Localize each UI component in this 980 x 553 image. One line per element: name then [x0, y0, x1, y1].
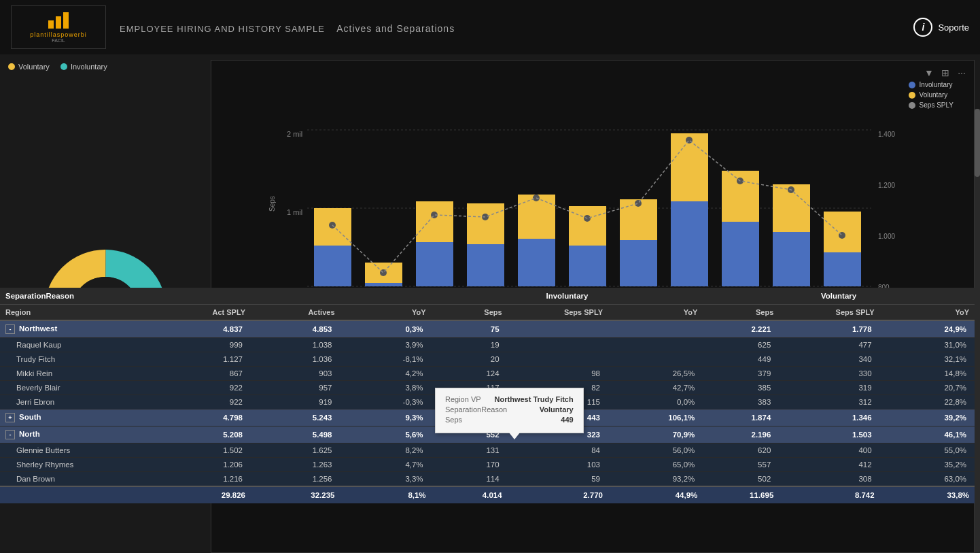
sub-name-cell: Trudy Fitch [0, 352, 161, 367]
legend-involuntary-label: Involuntary [71, 63, 107, 71]
region-act-sply: 4.798 [161, 409, 251, 426]
table-row-region: -Northwest 4.837 4.853 0,3% 75 2.221 1.7… [0, 320, 975, 338]
th-seps-vol: Seps [703, 305, 779, 321]
legend-involuntary: Involuntary [60, 63, 107, 71]
sub-seps-inv: 131 [432, 443, 508, 458]
sub-yoy-vol: 63,0% [880, 472, 975, 487]
page-title-container: EMPLOYEE HIRING AND HISTORY SAMPLE Activ… [120, 18, 913, 36]
sub-seps-sply-vol: 340 [779, 352, 879, 367]
total-seps-inv: 4.014 [432, 486, 508, 503]
th-actives: Actives [251, 305, 340, 321]
header: plantillaspowerbi FACIL EMPLOYEE HIRING … [0, 0, 980, 54]
sub-seps-sply-inv: 115 [508, 395, 608, 409]
table-row-sub: Mikki Rein 867 903 4,2% 124 98 26,5% 379… [0, 367, 975, 381]
sub-seps-sply-inv [508, 338, 608, 352]
sub-name-cell: Raquel Kaup [0, 338, 161, 352]
sub-name-cell: Mikki Rein [0, 367, 161, 381]
expand-icon[interactable]: ⊞ [939, 66, 952, 80]
legend-voluntary: Voluntary [8, 63, 50, 71]
sub-seps-sply-vol: 400 [779, 443, 879, 458]
total-act-sply: 29.826 [161, 486, 251, 503]
sub-actives: 919 [251, 395, 340, 409]
svg-text:Seps: Seps [268, 196, 276, 212]
region-seps-inv: 552 [432, 426, 508, 443]
svg-rect-27 [518, 239, 555, 286]
sub-yoy: 3,8% [340, 381, 432, 395]
region-seps-sply-vol: 1.346 [779, 409, 879, 426]
sub-seps-vol: 379 [703, 367, 779, 381]
region-seps-vol: 2.221 [703, 320, 779, 338]
sub-seps-inv: 20 [432, 352, 508, 367]
th-group-voluntary: Voluntary [703, 288, 975, 305]
more-icon[interactable]: ··· [955, 66, 968, 80]
sub-name-cell: Beverly Blair [0, 381, 161, 395]
scrollbar-thumb[interactable] [975, 109, 980, 177]
sub-actives: 1.038 [251, 338, 340, 352]
svg-text:2 mil: 2 mil [287, 130, 302, 138]
chart-legend-voluntary: Voluntary [909, 91, 953, 99]
sub-yoy-vol: 55,0% [880, 443, 975, 458]
sub-yoy: 3,3% [340, 472, 432, 487]
table-header-row-2: Region Act SPLY Actives YoY Seps Seps SP… [0, 305, 975, 321]
region-act-sply: 5.208 [161, 426, 251, 443]
sub-yoy-inv: 0,0% [608, 395, 703, 409]
sub-seps-vol: 385 [703, 381, 779, 395]
sub-yoy: 4,2% [340, 367, 432, 381]
th-spacer [161, 288, 431, 305]
region-actives: 5.243 [251, 409, 340, 426]
soporte-label[interactable]: Soporte [938, 22, 969, 33]
chart-legend-left: Voluntary Involuntary [8, 63, 203, 71]
total-seps-sply-vol: 8.742 [779, 486, 879, 503]
sub-act-sply: 1.216 [161, 472, 251, 487]
table-header-row-1: SeparationReason Involuntary Voluntary [0, 288, 975, 305]
filter-icon[interactable]: ▼ [922, 66, 936, 80]
chart-toolbar: ▼ ⊞ ··· [922, 66, 968, 80]
region-seps-sply-inv: 443 [508, 409, 608, 426]
svg-rect-33 [620, 240, 657, 286]
svg-rect-42 [773, 232, 810, 286]
data-table: SeparationReason Involuntary Voluntary R… [0, 288, 975, 503]
region-yoy: 0,3% [340, 320, 432, 338]
expand-collapse-icon[interactable]: - [5, 430, 15, 439]
sub-seps-sply-inv: 103 [508, 458, 608, 472]
sub-yoy-vol: 35,2% [880, 458, 975, 472]
sub-actives: 1.625 [251, 443, 340, 458]
sub-seps-inv: 170 [432, 458, 508, 472]
sub-act-sply: 999 [161, 338, 251, 352]
region-yoy: 5,6% [340, 426, 432, 443]
total-yoy-inv: 44,9% [608, 486, 703, 503]
sub-name-cell: Jerri Ebron [0, 395, 161, 409]
total-yoy-vol: 33,8% [880, 486, 975, 503]
expand-collapse-icon[interactable]: + [5, 413, 15, 422]
region-seps-vol: 1.874 [703, 409, 779, 426]
sub-seps-sply-vol: 412 [779, 458, 879, 472]
logo-sub: FACIL [52, 38, 65, 43]
sub-yoy: -0,3% [340, 395, 432, 409]
th-seps-inv: Seps [432, 305, 508, 321]
th-act-sply: Act SPLY [161, 305, 251, 321]
legend-voluntary-dot [8, 63, 15, 70]
svg-rect-21 [416, 242, 453, 286]
total-label [0, 486, 161, 503]
sub-name-cell: Sherley Rhymes [0, 458, 161, 472]
title-main: EMPLOYEE HIRING AND HISTORY SAMPLE [120, 24, 325, 34]
scrollbar-track [975, 109, 980, 553]
chart-legend-right: Involuntary Voluntary Seps SPLY [909, 81, 953, 109]
info-icon[interactable]: i [913, 18, 932, 37]
chart-legend-seps-sply: Seps SPLY [909, 101, 953, 109]
region-seps-vol: 2.196 [703, 426, 779, 443]
header-actions: i Soporte [913, 18, 969, 37]
sub-act-sply: 922 [161, 381, 251, 395]
sub-yoy: 4,7% [340, 458, 432, 472]
sub-act-sply: 1.127 [161, 352, 251, 367]
sub-name-cell: Glennie Butters [0, 443, 161, 458]
expand-collapse-icon[interactable]: - [5, 324, 15, 334]
legend-involuntary-dot [60, 63, 67, 70]
region-seps-sply-vol: 1.778 [779, 320, 879, 338]
total-actives: 32.235 [251, 486, 340, 503]
table-row-sub: Dan Brown 1.216 1.256 3,3% 114 59 93,2% … [0, 472, 975, 487]
svg-rect-24 [467, 244, 504, 286]
region-name-cell: -Northwest [0, 320, 161, 338]
sub-seps-inv: 115 [432, 395, 508, 409]
sub-actives: 1.036 [251, 352, 340, 367]
